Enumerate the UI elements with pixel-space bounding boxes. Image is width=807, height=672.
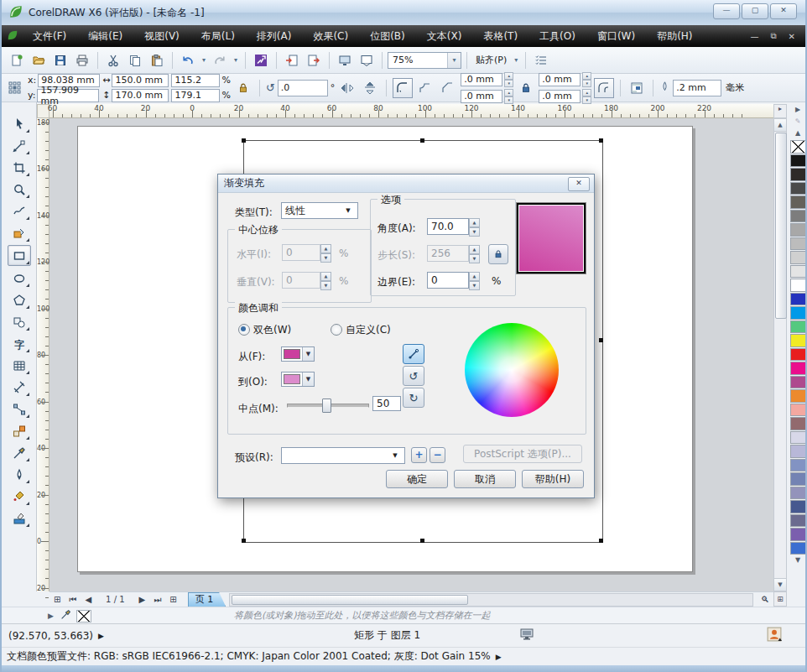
midpoint-field[interactable]: 50: [372, 396, 401, 411]
scroll-up-icon[interactable]: ▲: [774, 119, 786, 132]
next-page-icon[interactable]: ▶: [135, 595, 150, 604]
palette-scroll-down-icon[interactable]: ▼: [795, 555, 800, 566]
counterclockwise-blend-button[interactable]: ↺: [403, 366, 424, 386]
palette-eyedropper-icon[interactable]: ✎: [795, 116, 801, 128]
postscript-options-button[interactable]: PostScript 选项(P)...: [463, 445, 582, 463]
mirror-vertical-icon[interactable]: [360, 78, 380, 98]
selection-handle[interactable]: [599, 138, 603, 143]
cut-button[interactable]: [103, 50, 123, 70]
selection-handle[interactable]: [242, 539, 246, 543]
flyout-arrow-icon[interactable]: ▶: [48, 612, 54, 620]
undo-button[interactable]: [178, 50, 198, 70]
palette-color-swatch[interactable]: [790, 417, 806, 430]
close-button[interactable]: ✕: [770, 3, 797, 19]
menu-item-2[interactable]: 编辑(E): [77, 25, 133, 47]
palette-color-swatch[interactable]: [790, 514, 806, 528]
corner-radius-bl-field[interactable]: .0 mm: [461, 90, 502, 103]
menu-item-3[interactable]: 视图(V): [133, 25, 190, 47]
color-wheel[interactable]: [465, 323, 559, 417]
relative-corner-button[interactable]: [594, 78, 614, 98]
lock-ratio-icon[interactable]: [233, 78, 253, 98]
menu-item-5[interactable]: 排列(A): [246, 25, 303, 47]
menu-item-10[interactable]: 工具(O): [528, 25, 586, 47]
previous-page-icon[interactable]: ◀: [81, 595, 96, 604]
palette-color-swatch[interactable]: [790, 362, 806, 375]
app-launcher-button[interactable]: [335, 50, 355, 70]
palette-color-swatch[interactable]: [790, 237, 806, 251]
page-tab[interactable]: 页 1: [188, 592, 226, 607]
palette-color-swatch[interactable]: [790, 348, 806, 362]
palette-color-swatch[interactable]: [790, 431, 806, 445]
horizontal-ruler[interactable]: 604020020406080100120140160180200220: [49, 104, 773, 118]
palette-scroll-up-icon[interactable]: ▲: [795, 128, 800, 139]
selection-handle[interactable]: [599, 539, 603, 543]
rotation-angle-field[interactable]: .0: [278, 80, 328, 96]
menu-item-11[interactable]: 窗口(W): [586, 25, 646, 47]
palette-color-swatch[interactable]: [790, 500, 806, 513]
chamfered-corner-button[interactable]: [438, 78, 458, 98]
palette-color-swatch[interactable]: [790, 154, 806, 168]
palette-color-swatch[interactable]: [790, 320, 806, 334]
scrollbar-corner-button[interactable]: ▸: [773, 104, 787, 118]
palette-color-swatch[interactable]: [790, 334, 806, 347]
fill-tool[interactable]: [8, 487, 30, 506]
selection-handle[interactable]: [242, 138, 246, 143]
palette-color-swatch[interactable]: [790, 265, 806, 279]
from-color-picker[interactable]: ▼: [281, 346, 315, 362]
menu-item-4[interactable]: 布局(L): [190, 25, 246, 47]
freehand-tool[interactable]: [8, 201, 30, 221]
horizontal-field[interactable]: 0: [282, 244, 320, 261]
menu-item-9[interactable]: 表格(T): [472, 25, 528, 47]
options-button[interactable]: [531, 50, 551, 70]
navigator-icon[interactable]: ⊞: [773, 591, 787, 607]
last-page-icon[interactable]: ⏭: [149, 595, 165, 605]
direct-blend-button[interactable]: [403, 344, 424, 364]
vertical-ruler[interactable]: 18016014012010080604020020: [37, 118, 49, 591]
smart-fill-tool[interactable]: [8, 223, 30, 242]
vertical-scroll-thumb[interactable]: [775, 133, 787, 319]
add-preset-button[interactable]: +: [411, 447, 427, 463]
redo-dropdown-icon[interactable]: ▾: [232, 56, 240, 64]
save-button[interactable]: [50, 50, 70, 70]
palette-color-swatch[interactable]: [790, 528, 806, 541]
palette-color-swatch[interactable]: [790, 376, 806, 389]
doc-minimize-icon[interactable]: —: [750, 32, 758, 41]
vertical-field[interactable]: 0: [282, 272, 320, 289]
scalloped-corner-button[interactable]: [415, 78, 435, 98]
doc-close-icon[interactable]: ✕: [789, 32, 795, 41]
clockwise-blend-button[interactable]: ↻: [403, 388, 424, 408]
undo-dropdown-icon[interactable]: ▾: [200, 56, 208, 64]
interactive-fill-tool[interactable]: [8, 508, 30, 528]
basic-shapes-tool[interactable]: [8, 312, 30, 331]
table-tool[interactable]: [8, 356, 30, 375]
midpoint-slider[interactable]: [287, 397, 367, 414]
copy-button[interactable]: [125, 50, 145, 70]
palette-color-swatch[interactable]: [790, 210, 806, 223]
welcome-screen-button[interactable]: [357, 50, 377, 70]
palette-color-swatch[interactable]: [790, 389, 806, 403]
palette-color-swatch[interactable]: [790, 251, 806, 264]
snap-to-button[interactable]: 贴齐(P): [472, 54, 510, 66]
mirror-horizontal-icon[interactable]: [337, 78, 357, 98]
chevron-down-icon[interactable]: ▾: [512, 56, 520, 64]
round-corner-button[interactable]: [393, 78, 413, 98]
object-width-field[interactable]: 150.0 mm: [112, 74, 169, 87]
palette-color-swatch[interactable]: [790, 182, 806, 195]
doc-restore-icon[interactable]: ⧉: [770, 31, 776, 41]
import-button[interactable]: [282, 50, 302, 70]
menu-item-7[interactable]: 位图(B): [359, 25, 416, 47]
palette-color-swatch[interactable]: [790, 459, 806, 472]
palette-color-swatch[interactable]: [790, 223, 806, 237]
eyedropper-tool[interactable]: [8, 443, 30, 462]
crop-tool[interactable]: [8, 158, 30, 177]
text-wrap-button[interactable]: [627, 78, 647, 98]
pick-tool[interactable]: [8, 114, 30, 133]
edge-pad-field[interactable]: 0: [427, 272, 469, 289]
steps-field[interactable]: 256: [427, 245, 469, 262]
palette-color-swatch[interactable]: [790, 487, 806, 500]
slider-thumb[interactable]: [322, 399, 331, 413]
type-select[interactable]: 线性 ▼: [281, 202, 358, 219]
print-button[interactable]: [72, 50, 92, 70]
corner-radius-br-field[interactable]: .0 mm: [539, 90, 581, 103]
object-height-field[interactable]: 170.0 mm: [112, 89, 169, 102]
